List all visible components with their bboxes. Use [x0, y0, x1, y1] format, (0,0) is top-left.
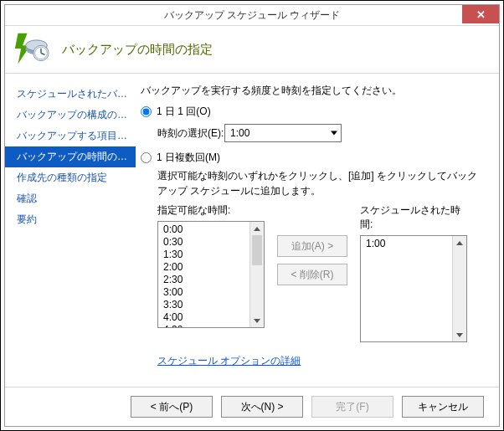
scheduled-times-list[interactable]: 1:00	[360, 235, 467, 342]
nav-step-2[interactable]: バックアップする項目を選択	[5, 126, 136, 146]
scroll-thumb[interactable]	[252, 235, 262, 265]
scroll-down-button[interactable]	[250, 314, 264, 327]
nav-step-1[interactable]: バックアップの構成の選択	[5, 105, 136, 126]
time-select-value: 1:00	[230, 127, 249, 139]
close-icon: ✕	[476, 8, 486, 21]
scrollbar[interactable]	[452, 236, 466, 341]
intro-text: バックアップを実行する頻度と時刻を指定してください。	[141, 84, 486, 98]
page-title: バックアップの時間の指定	[62, 42, 213, 58]
caret-up-icon	[456, 241, 463, 245]
list-item[interactable]: 0:00	[163, 223, 245, 236]
radio-once[interactable]	[141, 106, 152, 117]
caret-down-icon	[456, 333, 463, 337]
nav-step-6[interactable]: 要約	[5, 209, 136, 230]
wizard-footer: < 前へ(P) 次へ(N) > 完了(F) キャンセル	[5, 387, 499, 426]
option-once-a-day[interactable]: 1 日 1 回(O)	[141, 105, 486, 119]
scroll-up-button[interactable]	[250, 222, 264, 235]
remove-button[interactable]: < 削除(R)	[277, 264, 347, 285]
scroll-down-button[interactable]	[453, 328, 466, 341]
caret-up-icon	[254, 227, 260, 231]
nav-step-0[interactable]: スケジュールされたバックアッ...	[5, 84, 136, 105]
time-select-label: 時刻の選択(E):	[157, 126, 224, 141]
schedule-options-details-link[interactable]: スケジュール オプションの詳細	[157, 354, 301, 368]
scroll-up-button[interactable]	[453, 236, 466, 249]
nav-step-5[interactable]: 確認	[5, 188, 136, 209]
option-multiple-a-day[interactable]: 1 日複数回(M)	[141, 151, 486, 165]
scheduled-times-label: スケジュールされた時間:	[360, 203, 467, 232]
multi-description: 選択可能な時刻のいずれかをクリックし、[追加] をクリックしてバックアップ スケ…	[157, 168, 486, 198]
next-button[interactable]: 次へ(N) >	[221, 396, 303, 418]
option-multi-label: 1 日複数回(M)	[157, 151, 220, 165]
close-button[interactable]: ✕	[462, 5, 499, 23]
wizard-header: バックアップの時間の指定	[5, 26, 499, 73]
cancel-button[interactable]: キャンセル	[402, 396, 484, 418]
list-item[interactable]: 3:30	[163, 299, 245, 311]
chevron-down-icon	[331, 131, 337, 136]
list-item[interactable]: 1:00	[366, 238, 448, 250]
scrollbar[interactable]	[249, 222, 264, 327]
time-select[interactable]: 1:00	[224, 124, 342, 142]
caret-down-icon	[254, 319, 260, 323]
list-item[interactable]: 4:00	[163, 311, 245, 324]
wizard-content: バックアップを実行する頻度と時刻を指定してください。 1 日 1 回(O) 時刻…	[136, 74, 499, 387]
wizard-nav: スケジュールされたバックアッ...バックアップの構成の選択バックアップする項目を…	[5, 74, 136, 387]
list-item[interactable]: 4:30	[163, 324, 245, 328]
window-title: バックアップ スケジュール ウィザード	[5, 8, 499, 23]
nav-step-3[interactable]: バックアップの時間の指定	[5, 146, 136, 167]
list-item[interactable]: 1:30	[163, 249, 245, 261]
list-item[interactable]: 2:00	[163, 261, 245, 274]
radio-multi[interactable]	[141, 152, 152, 163]
add-button[interactable]: 追加(A) >	[277, 235, 347, 257]
list-item[interactable]: 2:30	[163, 274, 245, 286]
list-item[interactable]: 0:30	[163, 236, 245, 249]
wizard-icon	[13, 30, 50, 69]
option-once-label: 1 日 1 回(O)	[157, 105, 211, 119]
available-times-list[interactable]: 0:000:301:302:002:303:003:304:004:305:00	[157, 221, 265, 328]
finish-button: 完了(F)	[311, 396, 393, 418]
list-item[interactable]: 3:00	[163, 286, 245, 299]
prev-button[interactable]: < 前へ(P)	[131, 396, 213, 418]
available-times-label: 指定可能な時間:	[157, 203, 265, 218]
nav-step-4[interactable]: 作成先の種類の指定	[5, 167, 136, 188]
titlebar: バックアップ スケジュール ウィザード ✕	[5, 5, 499, 26]
